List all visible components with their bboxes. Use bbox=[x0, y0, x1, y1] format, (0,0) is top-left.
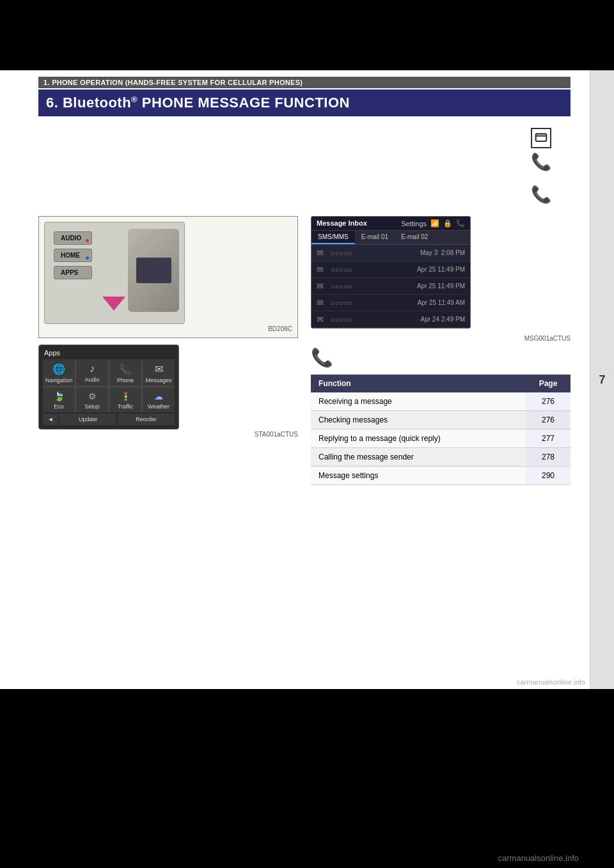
table-row: Message settings 290 bbox=[311, 467, 571, 485]
phone-header-icon: 📞 bbox=[456, 219, 465, 228]
inbox-header: Message Inbox Settings 📶 🔒 📞 bbox=[311, 217, 470, 231]
function-cell-2: Checking messages bbox=[311, 411, 526, 430]
function-cell-3: Replying to a message (quick reply) bbox=[311, 430, 526, 448]
tab-email-01[interactable]: E-mail 01 bbox=[355, 231, 395, 244]
apps-screen-container: Apps 🌐 Navigation ♪ Audio 📞 Phone bbox=[38, 345, 298, 438]
message-date-1: May 3 2:08 PM bbox=[420, 249, 465, 256]
apps-cell-messages[interactable]: ✉ Messages bbox=[143, 359, 175, 386]
section-sidebar: 7 bbox=[590, 70, 614, 689]
apps-cell-weather[interactable]: ☁ Weather bbox=[143, 387, 175, 412]
watermark: carmanualsonline.info bbox=[517, 678, 585, 686]
car-interior-hint bbox=[128, 229, 179, 312]
inbox-message-row-2[interactable]: ✉ ○○○○○ Apr 25 11:49 PM bbox=[311, 261, 470, 278]
table-row: Checking messages 276 bbox=[311, 411, 571, 430]
apps-cell-phone[interactable]: 📞 Phone bbox=[109, 359, 141, 386]
apps-reorder-button[interactable]: Reorder bbox=[118, 414, 175, 425]
inbox-message-row-1[interactable]: ✉ ○○○○○ May 3 2:08 PM bbox=[311, 245, 470, 261]
car-button-panel-container: AUDIO HOME APPS bbox=[38, 216, 298, 338]
page-cell-2: 276 bbox=[526, 411, 571, 430]
setup-label: Setup bbox=[84, 403, 100, 410]
signal-icon: 📶 bbox=[430, 219, 439, 228]
apps-cell-eco[interactable]: 🍃 Eco bbox=[43, 387, 75, 412]
apps-cell-audio[interactable]: ♪ Audio bbox=[76, 359, 108, 386]
settings-label: Settings bbox=[401, 220, 427, 228]
audio-icon: ♪ bbox=[90, 363, 95, 375]
home-button[interactable]: HOME bbox=[54, 249, 92, 262]
section-header-small: 1. PHONE OPERATION (HANDS-FREE SYSTEM FO… bbox=[38, 77, 571, 88]
eco-label: Eco bbox=[54, 403, 64, 410]
message-dots-4: ○○○○○ bbox=[331, 299, 414, 307]
phone-cell-icon: 📞 bbox=[119, 363, 132, 375]
apps-update-button[interactable]: Update bbox=[59, 414, 116, 425]
inbox-message-row-4[interactable]: ✉ ○○○○○ Apr 25 11:49 AM bbox=[311, 295, 470, 311]
apps-arrow bbox=[102, 297, 125, 311]
inbox-message-row-5[interactable]: ✉ ○○○○○ Apr 24 2:49 PM bbox=[311, 311, 470, 328]
weather-icon: ☁ bbox=[154, 391, 163, 401]
bottom-logo: carmanualsonline.info bbox=[498, 853, 579, 863]
table-row: Receiving a message 276 bbox=[311, 392, 571, 411]
function-cell-4: Calling the message sender bbox=[311, 448, 526, 467]
message-dots-2: ○○○○○ bbox=[331, 266, 413, 274]
messages-icon: ✉ bbox=[155, 363, 163, 375]
message-inbox-screen: Message Inbox Settings 📶 🔒 📞 SMS/MMS E-m… bbox=[311, 216, 471, 329]
message-date-4: Apr 25 11:49 AM bbox=[418, 299, 466, 306]
audio-label: Audio bbox=[84, 376, 99, 383]
apps-screen: Apps 🌐 Navigation ♪ Audio 📞 Phone bbox=[38, 345, 179, 430]
inbox-message-row-3[interactable]: ✉ ○○○○○ Apr 25 11:49 PM bbox=[311, 278, 470, 295]
table-header-function: Function bbox=[311, 375, 526, 392]
message-date-2: Apr 25 11:49 PM bbox=[417, 266, 465, 273]
message-dots-5: ○○○○○ bbox=[331, 316, 417, 323]
page-cell-4: 278 bbox=[526, 448, 571, 467]
apps-cell-setup[interactable]: ⚙ Setup bbox=[76, 387, 108, 412]
phone-icon-1: 📞 bbox=[531, 152, 551, 172]
function-cell-5: Message settings bbox=[311, 467, 526, 485]
apps-prev-button[interactable]: ◄ bbox=[43, 414, 58, 425]
table-header-page: Page bbox=[526, 375, 571, 392]
tab-sms-mms[interactable]: SMS/MMS bbox=[311, 231, 355, 244]
audio-dot bbox=[86, 239, 89, 242]
car-panel: AUDIO HOME APPS bbox=[44, 222, 185, 324]
lock-icon: 🔒 bbox=[443, 219, 452, 228]
inbox-messages: ✉ ○○○○○ May 3 2:08 PM ✉ ○○○○○ Apr 25 11:… bbox=[311, 245, 470, 328]
right-column: Message Inbox Settings 📶 🔒 📞 SMS/MMS E-m… bbox=[311, 216, 571, 485]
inbox-header-icons: Settings 📶 🔒 📞 bbox=[401, 219, 465, 228]
weather-label: Weather bbox=[148, 403, 169, 410]
traffic-label: Traffic bbox=[118, 403, 134, 410]
black-top-bar bbox=[0, 0, 614, 70]
car-panel-image-label: BD208C bbox=[44, 325, 292, 332]
section-number: 7 bbox=[599, 373, 605, 387]
table-row: Calling the message sender 278 bbox=[311, 448, 571, 467]
page-cell-1: 276 bbox=[526, 392, 571, 411]
message-button-icon bbox=[531, 128, 551, 148]
function-table: Function Page Receiving a message 276 Ch… bbox=[311, 375, 571, 485]
message-icon-4: ✉ bbox=[317, 298, 327, 307]
navigation-label: Navigation bbox=[45, 377, 73, 384]
page-cell-5: 290 bbox=[526, 467, 571, 485]
message-icon-1: ✉ bbox=[317, 248, 327, 258]
tab-email-02[interactable]: E-mail 02 bbox=[395, 231, 434, 244]
message-date-3: Apr 25 11:49 PM bbox=[417, 283, 465, 290]
apps-prev-label: ◄ bbox=[48, 416, 54, 422]
apps-update-label: Update bbox=[79, 416, 97, 422]
inbox-tabs: SMS/MMS E-mail 01 E-mail 02 bbox=[311, 231, 470, 245]
audio-button[interactable]: AUDIO bbox=[54, 231, 92, 245]
home-dot bbox=[86, 256, 89, 260]
main-content: 1. PHONE OPERATION (HANDS-FREE SYSTEM FO… bbox=[0, 70, 590, 509]
message-date-5: Apr 24 2:49 PM bbox=[421, 316, 465, 323]
apps-cell-traffic[interactable]: 🚦 Traffic bbox=[109, 387, 141, 412]
setup-icon: ⚙ bbox=[88, 391, 97, 401]
phone-note-block: 📞 bbox=[311, 347, 571, 368]
apps-cell-navigation[interactable]: 🌐 Navigation bbox=[43, 359, 75, 386]
phone-icon-2: 📞 bbox=[531, 185, 551, 205]
page-cell-3: 277 bbox=[526, 430, 571, 448]
function-cell-1: Receiving a message bbox=[311, 392, 526, 411]
svg-rect-0 bbox=[536, 134, 547, 142]
apps-grid: 🌐 Navigation ♪ Audio 📞 Phone ✉ bbox=[43, 359, 175, 412]
apps-reorder-label: Reorder bbox=[136, 416, 157, 422]
phone-note-icon-large: 📞 bbox=[311, 348, 333, 368]
apps-screen-title: Apps bbox=[43, 349, 175, 357]
phone-label: Phone bbox=[117, 377, 134, 384]
message-dots-1: ○○○○○ bbox=[331, 249, 416, 257]
apps-button[interactable]: APPS bbox=[54, 266, 92, 279]
apps-bottom-row: ◄ Update Reorder bbox=[43, 414, 175, 425]
